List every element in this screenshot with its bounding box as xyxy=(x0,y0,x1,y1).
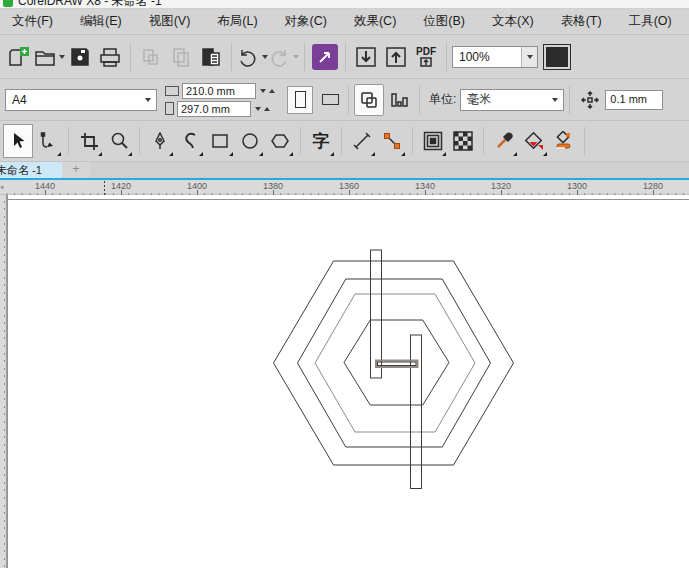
page-height-icon xyxy=(165,102,174,115)
toolbox-separator xyxy=(412,127,413,155)
pen-tool-icon xyxy=(151,132,169,150)
redo-icon xyxy=(268,47,290,67)
cut-icon xyxy=(141,47,161,67)
tool-transparency[interactable] xyxy=(448,124,478,158)
save-icon xyxy=(70,47,90,67)
menu-table[interactable]: 表格(T) xyxy=(551,9,612,34)
menu-view[interactable]: 视图(V) xyxy=(139,9,201,34)
toolbox-separator xyxy=(483,127,484,155)
undo-button[interactable] xyxy=(237,41,268,73)
page-width-field[interactable]: 210.0 mm xyxy=(182,83,256,99)
tool-smart-fill[interactable] xyxy=(549,124,579,158)
page-preset-dropdown-button[interactable] xyxy=(140,90,156,110)
rectangle-shape[interactable] xyxy=(376,361,418,368)
zoom-level-value: 100% xyxy=(453,50,521,64)
vertical-ruler[interactable] xyxy=(0,195,7,568)
document-tab-label: 未命名 -1 xyxy=(0,164,42,176)
polygon-tool-icon xyxy=(271,132,289,150)
hexagon-shape[interactable] xyxy=(315,294,475,432)
tool-pick[interactable] xyxy=(3,124,33,158)
menu-bitmaps[interactable]: 位图(B) xyxy=(413,9,475,34)
paste-button[interactable] xyxy=(196,41,226,73)
new-document-tab-button[interactable]: + xyxy=(62,162,90,178)
toolbox-separator xyxy=(300,127,301,155)
new-document-button[interactable] xyxy=(4,41,34,73)
current-page-button[interactable] xyxy=(384,84,414,116)
full-screen-preview-button[interactable] xyxy=(546,47,568,67)
svg-text:1340: 1340 xyxy=(415,181,435,191)
menu-edit[interactable]: 编辑(E) xyxy=(70,9,132,34)
portrait-button[interactable] xyxy=(287,86,313,114)
page-height-spinner[interactable] xyxy=(255,107,270,111)
publish-to-pdf-button[interactable]: PDF xyxy=(411,41,441,73)
chevron-down-icon xyxy=(552,98,558,102)
page-size-preset-combobox[interactable]: A4 xyxy=(5,89,157,111)
all-pages-button[interactable] xyxy=(354,84,384,116)
tool-b-spline[interactable] xyxy=(175,124,205,158)
menu-file[interactable]: 文件(F) xyxy=(2,9,63,34)
nudge-distance-field[interactable]: 0.1 mm xyxy=(605,90,663,110)
menu-object[interactable]: 对象(C) xyxy=(275,9,337,34)
page-width-spinner[interactable] xyxy=(260,89,275,93)
spinner-down-icon xyxy=(260,89,266,93)
page-size-preset-value: A4 xyxy=(6,93,140,107)
contour-tool-icon xyxy=(423,131,443,151)
tool-parallel-dimension[interactable] xyxy=(347,124,377,158)
tool-shape[interactable] xyxy=(33,124,63,158)
svg-text:1280: 1280 xyxy=(643,181,663,191)
menu-effects[interactable]: 效果(C) xyxy=(344,9,406,34)
import-button[interactable] xyxy=(351,41,381,73)
horizontal-ruler[interactable]: ⌖ 144014201400138013601340132013001280 xyxy=(0,180,689,195)
tool-color-eyedropper[interactable] xyxy=(489,124,519,158)
copy-icon xyxy=(171,47,191,67)
svg-text:1400: 1400 xyxy=(187,181,207,191)
drawing-canvas[interactable] xyxy=(0,195,689,568)
save-button[interactable] xyxy=(65,41,95,73)
open-button[interactable] xyxy=(34,41,65,73)
menu-text[interactable]: 文本(X) xyxy=(482,9,544,34)
svg-text:1380: 1380 xyxy=(263,181,283,191)
chevron-down-icon xyxy=(527,55,533,59)
tool-rectangle[interactable] xyxy=(205,124,235,158)
toolbar-separator xyxy=(446,43,447,71)
tool-connector[interactable] xyxy=(377,124,407,158)
toolbar-separator xyxy=(345,43,346,71)
ruler-ticks: 144014201400138013601340132013001280 xyxy=(0,180,689,195)
zoom-level-dropdown-button[interactable] xyxy=(521,47,537,67)
print-button[interactable] xyxy=(95,41,125,73)
undo-icon xyxy=(237,47,259,67)
tool-ellipse[interactable] xyxy=(235,124,265,158)
svg-text:1300: 1300 xyxy=(567,181,587,191)
dimension-tool-icon xyxy=(353,132,371,150)
interactive-fill-tool-icon xyxy=(524,131,544,151)
units-label: 单位: xyxy=(429,91,456,108)
landscape-button[interactable] xyxy=(317,86,343,114)
tool-crop[interactable] xyxy=(74,124,104,158)
coreldraw-window: CorelDRAW X8 - 未命名 -1 文件(F) 编辑(E) 视图(V) … xyxy=(0,0,689,568)
tool-contour[interactable] xyxy=(418,124,448,158)
portrait-icon xyxy=(295,91,306,108)
text-tool-icon: 字 xyxy=(313,133,330,150)
svg-text:1360: 1360 xyxy=(339,181,359,191)
units-dropdown-button[interactable] xyxy=(547,90,563,110)
hexagon-shape[interactable] xyxy=(298,279,491,447)
tool-zoom[interactable] xyxy=(104,124,134,158)
page-height-field[interactable]: 297.0 mm xyxy=(177,101,251,117)
rectangle-shape[interactable] xyxy=(371,250,382,378)
tool-polygon[interactable] xyxy=(265,124,295,158)
propbar-separator xyxy=(348,86,349,114)
document-tab-active[interactable]: 未命名 -1 xyxy=(0,162,62,178)
export-button[interactable] xyxy=(381,41,411,73)
zoom-level-combobox[interactable]: 100% xyxy=(452,46,538,68)
welcome-screen-button[interactable] xyxy=(310,41,340,73)
spinner-up-icon xyxy=(264,107,270,111)
tool-pen[interactable] xyxy=(145,124,175,158)
hexagon-shape[interactable] xyxy=(274,261,514,465)
toolbar-separator xyxy=(304,43,305,71)
tool-interactive-fill[interactable] xyxy=(519,124,549,158)
tool-text[interactable]: 字 xyxy=(306,124,336,158)
property-bar: A4 210.0 mm 297.0 mm xyxy=(0,79,689,121)
units-combobox[interactable]: 毫米 xyxy=(460,89,564,111)
menu-layout[interactable]: 布局(L) xyxy=(207,9,267,34)
menu-tools[interactable]: 工具(O) xyxy=(619,9,682,34)
